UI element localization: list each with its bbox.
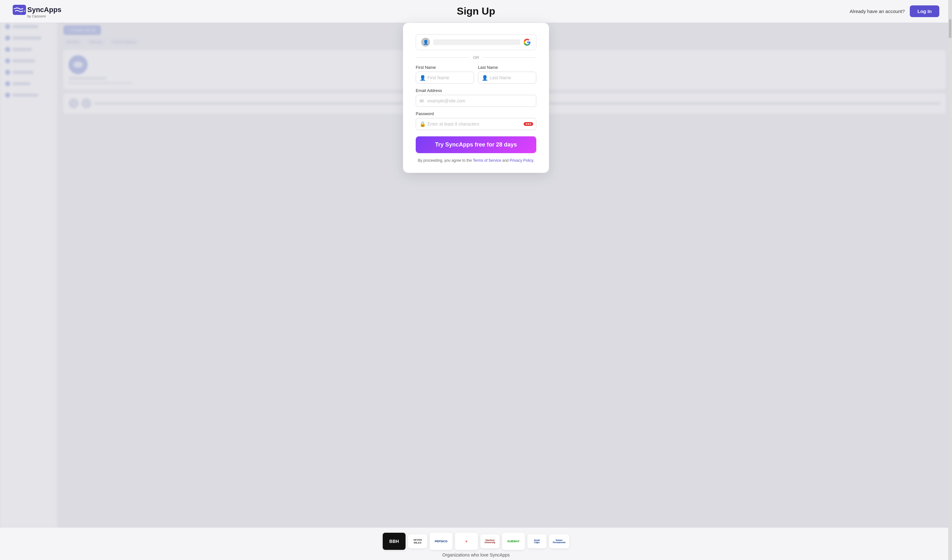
- google-account-name: [433, 39, 520, 45]
- dot-1: [526, 123, 527, 125]
- google-avatar: 👤: [421, 38, 430, 46]
- google-signin-button[interactable]: 👤: [416, 34, 536, 50]
- scrollbar[interactable]: [948, 0, 952, 560]
- privacy-link[interactable]: Privacy Policy: [510, 158, 533, 163]
- logo-greatclips: GreatClips: [527, 534, 546, 548]
- password-group: Password 🔒: [416, 111, 536, 130]
- name-row: First Name 👤 Last Name 👤: [416, 65, 536, 84]
- page-title: Sign Up: [457, 5, 495, 17]
- password-toggle-button[interactable]: [524, 122, 533, 126]
- terms-text: By proceeding, you agree to the Terms of…: [416, 158, 536, 163]
- signup-modal: 👤 OR First Name 👤 La: [403, 23, 549, 173]
- syncapps-logo-icon: [13, 5, 26, 15]
- password-input-wrapper: 🔒: [416, 118, 536, 130]
- first-name-group: First Name 👤: [416, 65, 474, 84]
- logo-main: SyncApps: [13, 5, 62, 15]
- header-right: Already have an account? Log In: [850, 5, 939, 17]
- login-button[interactable]: Log In: [910, 5, 939, 17]
- or-divider: OR: [416, 55, 536, 60]
- lock-icon: 🔒: [419, 121, 426, 127]
- logo-seven-miles: SEVENMILES: [408, 534, 427, 548]
- top-header: SyncApps by Cazoomi Sign Up Already have…: [0, 0, 952, 23]
- logo-bbh: BBH: [383, 533, 406, 550]
- first-name-label: First Name: [416, 65, 474, 70]
- email-group: Email Address ✉: [416, 88, 536, 107]
- envelope-icon: ✉: [419, 98, 423, 104]
- logo-stanford: StanfordUniversity: [481, 534, 499, 548]
- email-input-wrapper: ✉: [416, 95, 536, 107]
- password-input[interactable]: [416, 118, 536, 130]
- person-icon: 👤: [419, 75, 426, 81]
- logos-grid: BBH SEVENMILES PEPSICO ⚔ StanfordUnivers…: [383, 533, 569, 550]
- scrollbar-thumb[interactable]: [949, 19, 951, 38]
- dot-2: [528, 123, 529, 125]
- dot-3: [530, 123, 531, 125]
- logos-section: BBH SEVENMILES PEPSICO ⚔ StanfordUnivers…: [0, 528, 952, 560]
- first-name-input-wrapper: 👤: [416, 72, 474, 84]
- logo-pepsico: PEPSICO: [430, 533, 453, 550]
- modal-card: 👤 OR First Name 👤 La: [403, 23, 549, 173]
- logos-caption: Organizations who love SyncApps: [442, 552, 510, 557]
- logo-subway: SUBWAY: [502, 533, 525, 550]
- terms-link[interactable]: Terms of Service: [473, 158, 501, 163]
- email-label: Email Address: [416, 88, 536, 93]
- svg-rect-0: [13, 5, 26, 15]
- logo-kaiser: KaiserPermanente: [549, 534, 569, 548]
- logo-guard: ⚔: [455, 533, 478, 550]
- last-name-input-wrapper: 👤: [478, 72, 536, 84]
- person-icon-2: 👤: [482, 75, 488, 81]
- logo-area: SyncApps by Cazoomi: [13, 5, 62, 18]
- logo-text: SyncApps: [27, 6, 62, 14]
- cta-button[interactable]: Try SyncApps free for 28 days: [416, 136, 536, 153]
- last-name-label: Last Name: [478, 65, 536, 70]
- already-text: Already have an account?: [850, 9, 905, 14]
- logo-sub: by Cazoomi: [27, 14, 46, 18]
- password-label: Password: [416, 111, 536, 116]
- email-input[interactable]: [416, 95, 536, 107]
- last-name-group: Last Name 👤: [478, 65, 536, 84]
- google-icon: [523, 39, 531, 46]
